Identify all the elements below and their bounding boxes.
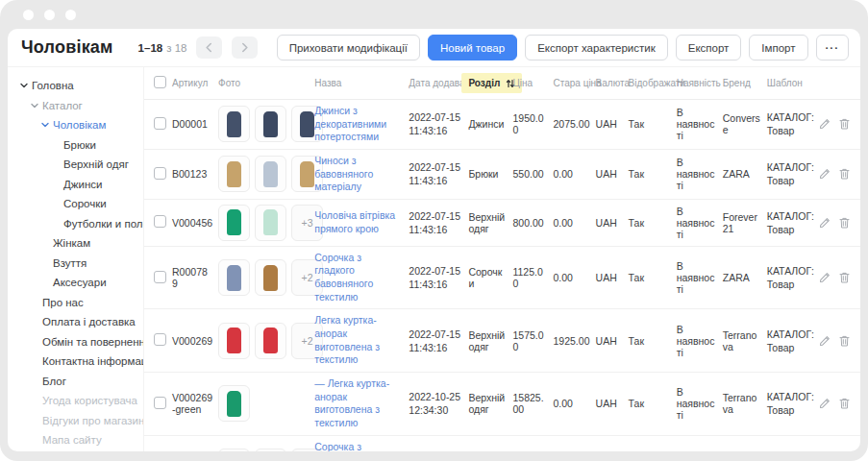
sidebar-item[interactable]: Аксесуари <box>8 273 143 293</box>
product-name-link[interactable]: Сорочка з бавовняного матеріалу притален… <box>314 441 403 451</box>
column-section[interactable]: Розділ <box>465 67 509 100</box>
row-checkbox[interactable] <box>154 167 166 180</box>
price-cell[interactable]: 700.00 <box>509 435 550 451</box>
edit-icon[interactable] <box>819 118 831 130</box>
row-checkbox[interactable] <box>154 397 166 409</box>
sidebar-item[interactable]: Сорочки <box>8 194 143 214</box>
sidebar-item[interactable]: Мапа сайту <box>8 430 143 450</box>
product-name-link[interactable]: Джинси з декоративними потертостями <box>314 105 403 144</box>
price-cell[interactable]: 15825.00 <box>509 372 550 435</box>
delete-icon[interactable] <box>839 217 850 229</box>
product-name-link[interactable]: Сорочка з гладкого бавовняного текстилю <box>314 252 403 304</box>
price-cell[interactable]: 800.00 <box>509 199 550 246</box>
price-cell[interactable]: 1575.00 <box>509 309 550 373</box>
row-checkbox[interactable] <box>154 271 166 283</box>
more-actions-button[interactable]: ··· <box>816 35 850 61</box>
old-price-cell[interactable]: 2075.00 <box>551 100 593 150</box>
sidebar-item[interactable]: Головна <box>8 76 143 96</box>
product-photo[interactable] <box>218 205 250 241</box>
product-photo[interactable] <box>255 106 286 142</box>
display-cell[interactable]: Так <box>626 100 674 150</box>
availability-cell[interactable]: В наявності <box>674 372 720 435</box>
display-cell[interactable]: Так <box>626 372 674 435</box>
old-price-cell[interactable]: 0.00 <box>551 435 593 451</box>
edit-icon[interactable] <box>819 398 831 409</box>
column-article[interactable]: Артикул <box>169 67 215 100</box>
sidebar-item[interactable]: Джинси <box>8 175 143 195</box>
product-photo[interactable] <box>255 156 286 192</box>
display-cell[interactable]: Так <box>626 309 674 373</box>
product-photo[interactable] <box>218 156 250 192</box>
column-name[interactable]: Назва <box>311 67 406 100</box>
product-photo[interactable] <box>255 323 286 359</box>
export-characteristics-button[interactable]: Експорт характеристик <box>525 35 668 61</box>
availability-cell[interactable]: В наявності <box>674 149 720 199</box>
product-photo[interactable] <box>218 106 250 142</box>
sidebar-item[interactable]: Чоловікам <box>8 115 143 135</box>
display-cell[interactable]: Так <box>626 199 674 246</box>
delete-icon[interactable] <box>839 335 850 347</box>
delete-icon[interactable] <box>839 118 850 130</box>
window-control-dot[interactable] <box>65 10 76 20</box>
availability-cell[interactable]: В наявності <box>674 435 720 451</box>
price-cell[interactable]: 1125.00 <box>509 246 550 309</box>
sidebar-item[interactable]: Контактна інформація <box>8 352 143 372</box>
import-button[interactable]: Імпорт <box>749 35 807 61</box>
edit-icon[interactable] <box>819 272 831 283</box>
sidebar-item[interactable]: Блог <box>8 372 143 392</box>
product-photo[interactable] <box>255 449 286 451</box>
select-all-checkbox[interactable] <box>154 76 166 88</box>
product-name-link[interactable]: Чиноси з бавовняного матеріалу <box>314 155 403 194</box>
delete-icon[interactable] <box>839 398 850 409</box>
column-availability[interactable]: Наявність <box>674 67 720 100</box>
row-checkbox[interactable] <box>154 215 166 228</box>
display-cell[interactable]: Так <box>626 149 674 199</box>
product-photo[interactable] <box>255 205 286 241</box>
product-name-link[interactable]: — Легка куртка-анорак виготовлена з текс… <box>314 377 403 430</box>
availability-cell[interactable]: В наявності <box>674 199 720 246</box>
column-display[interactable]: Відображати <box>626 67 674 100</box>
next-page-button[interactable] <box>232 36 258 59</box>
old-price-cell[interactable]: 0.00 <box>551 372 593 435</box>
sidebar-item[interactable]: Жінкам <box>8 233 143 254</box>
product-name-link[interactable]: Чоловіча вітрівка прямого крою <box>314 209 403 235</box>
sidebar-item[interactable]: Взуття <box>8 254 143 274</box>
product-photo[interactable] <box>218 323 250 359</box>
edit-icon[interactable] <box>819 217 831 229</box>
sidebar-item[interactable]: Футболки и поло <box>8 214 143 234</box>
availability-cell[interactable]: В наявності <box>674 100 720 150</box>
price-cell[interactable]: 1950.00 <box>509 100 550 150</box>
display-cell[interactable]: Так <box>626 246 674 309</box>
availability-cell[interactable]: В наявності <box>674 309 720 373</box>
delete-icon[interactable] <box>839 168 850 180</box>
delete-icon[interactable] <box>839 272 850 283</box>
hide-modifications-button[interactable]: Приховати модифікації <box>277 35 420 61</box>
old-price-cell[interactable]: 0.00 <box>551 246 593 309</box>
old-price-cell[interactable]: 0.00 <box>551 199 593 246</box>
sidebar-item[interactable]: Відгуки про магазин <box>8 411 143 431</box>
window-control-dot[interactable] <box>44 10 55 20</box>
display-cell[interactable]: Так <box>626 435 674 451</box>
column-date[interactable]: Дата додавання <box>406 67 465 100</box>
column-currency[interactable]: Валюта <box>593 67 626 100</box>
row-checkbox[interactable] <box>154 333 166 346</box>
column-template[interactable]: Шаблон <box>764 67 822 100</box>
row-checkbox[interactable] <box>154 117 166 130</box>
sidebar-item[interactable]: Брюки <box>8 135 143 156</box>
product-photo[interactable] <box>218 259 250 296</box>
product-photo[interactable] <box>218 449 250 451</box>
product-name-link[interactable]: Легка куртка-анорак виготовлена з тексти… <box>314 314 403 367</box>
sidebar-item[interactable]: Верхній одяг <box>8 155 143 175</box>
export-button[interactable]: Експорт <box>676 35 742 61</box>
window-control-dot[interactable] <box>23 10 34 20</box>
sidebar-item[interactable]: Угода користувача <box>8 391 143 411</box>
sidebar-item[interactable]: Оплата і доставка <box>8 312 143 332</box>
edit-icon[interactable] <box>819 168 831 180</box>
column-old-price[interactable]: Стара ціна <box>551 67 593 100</box>
product-photo[interactable] <box>218 385 250 422</box>
price-cell[interactable]: 550.00 <box>509 149 550 199</box>
column-brand[interactable]: Бренд <box>720 67 764 100</box>
sidebar-item[interactable]: Каталог <box>8 96 143 116</box>
availability-cell[interactable]: В наявності <box>674 246 720 309</box>
sidebar-item[interactable]: Про нас <box>8 293 143 313</box>
